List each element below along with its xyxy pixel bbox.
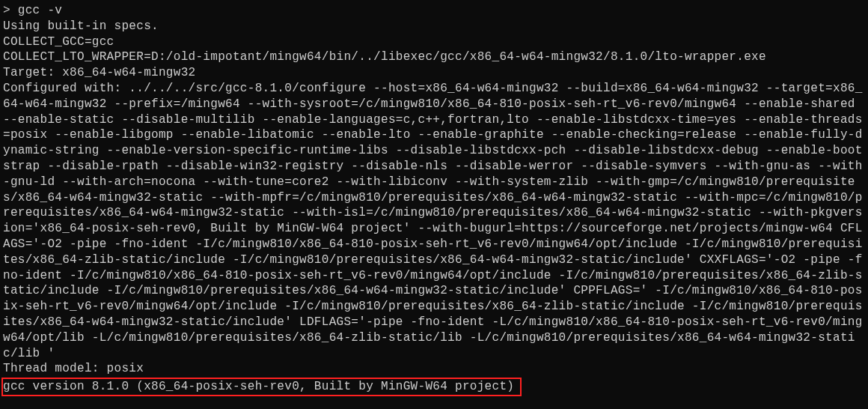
command-text: gcc -v [18,4,62,17]
prompt-symbol: > [3,4,10,17]
output-configured-with: Configured with: ../../../src/gcc-8.1.0/… [3,81,865,361]
output-line-collect-gcc: COLLECT_GCC=gcc [3,34,865,50]
output-line-target: Target: x86_64-w64-mingw32 [3,65,865,81]
output-gcc-version-highlighted: gcc version 8.1.0 (x86_64-posix-seh-rev0… [1,378,522,396]
output-thread-model: Thread model: posix [3,361,865,377]
output-line-specs: Using built-in specs. [3,19,865,34]
output-line-collect-lto: COLLECT_LTO_WRAPPER=D:/old-impotant/ming… [3,49,865,65]
terminal-command-line[interactable]: > gcc -v [3,3,865,19]
